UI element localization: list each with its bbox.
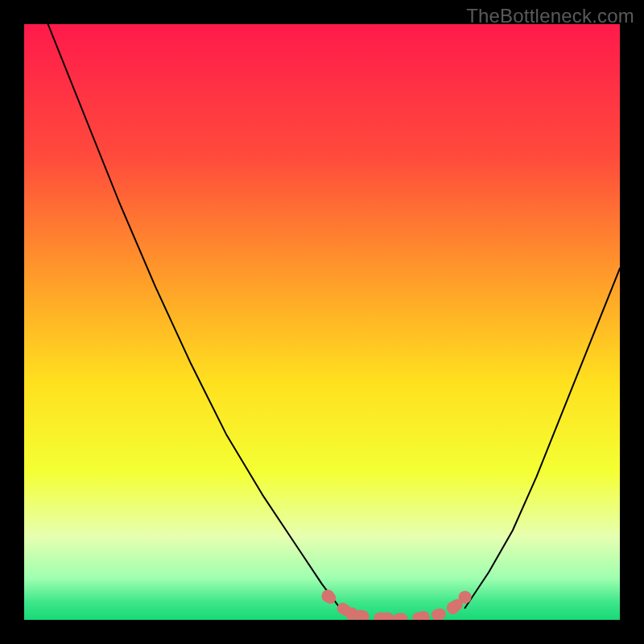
series-dot bbox=[459, 591, 472, 604]
watermark-text: TheBottleneck.com bbox=[466, 5, 634, 27]
chart-svg bbox=[24, 24, 620, 620]
series-dot bbox=[321, 589, 334, 602]
chart-frame: TheBottleneck.com bbox=[0, 0, 644, 644]
chart-plot bbox=[24, 24, 620, 620]
series-dot bbox=[345, 608, 358, 620]
series-dot bbox=[447, 601, 460, 614]
gradient-background bbox=[24, 24, 620, 620]
